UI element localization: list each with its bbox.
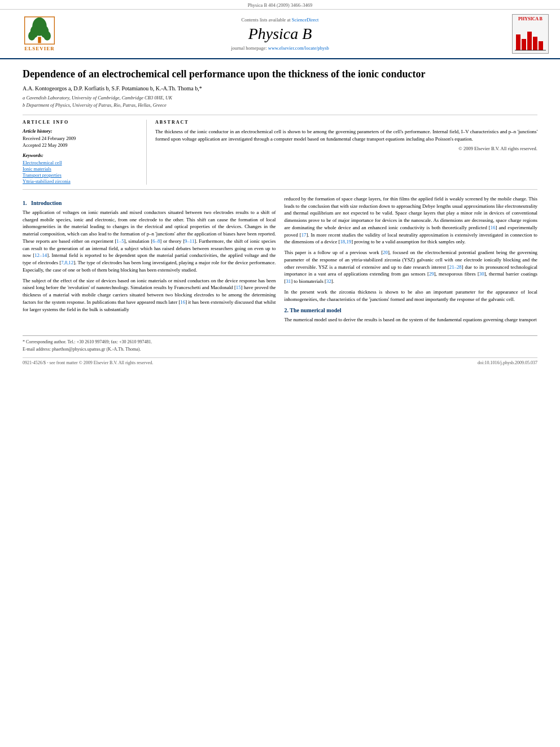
- science-direct-link[interactable]: ScienceDirect: [292, 17, 319, 23]
- contents-label: Contents lists available at: [242, 17, 291, 23]
- section2-heading: 2. The numerical model: [285, 307, 538, 313]
- right-para-1: reduced by the formation of space charge…: [285, 195, 538, 246]
- left-column: 1. Introduction The application of volta…: [23, 195, 276, 327]
- cite-7-8-12[interactable]: 7,8,12: [61, 260, 73, 265]
- keyword-2[interactable]: Ionic materials: [23, 166, 138, 172]
- history-label: Article history:: [23, 128, 138, 134]
- cite-29[interactable]: 29: [429, 271, 434, 277]
- authors: A.A. Kontogeorgos a, D.P. Korfiatis b, S…: [23, 85, 537, 91]
- meta-bar: Physica B 404 (2009) 3466–3469: [0, 0, 560, 10]
- body-columns: 1. Introduction The application of volta…: [23, 195, 537, 327]
- main-content: Dependence of an electrochemical cell pe…: [0, 59, 560, 374]
- elsevier-logo-area: ELSEVIER: [11, 16, 68, 51]
- cite-32[interactable]: 32: [326, 278, 331, 284]
- article-info-panel: ARTICLE INFO Article history: Received 2…: [23, 120, 147, 185]
- cite-9-11[interactable]: 9–11: [185, 238, 194, 244]
- cite-1-5[interactable]: 1–5: [116, 238, 124, 244]
- journal-homepage-line: journal homepage: www.elsevier.com/locat…: [68, 45, 492, 51]
- keyword-3[interactable]: Transport properties: [23, 172, 138, 178]
- journal-center: Contents lists available at ScienceDirec…: [68, 17, 492, 51]
- science-direct-line: Contents lists available at ScienceDirec…: [68, 17, 492, 23]
- cite-15[interactable]: 15: [236, 285, 241, 290]
- right-para-2: This paper is a follow up of a previous …: [285, 249, 538, 285]
- doi: doi:10.1016/j.physb.2009.05.037: [478, 360, 537, 365]
- right-para-3: In the present work the zirconia thickne…: [285, 289, 538, 303]
- accepted-date: Accepted 22 May 2009: [23, 142, 138, 148]
- svg-rect-0: [38, 37, 41, 43]
- journal-citation: Physica B 404 (2009) 3466–3469: [248, 2, 312, 8]
- homepage-url[interactable]: www.elsevier.com/locate/physb: [268, 45, 329, 51]
- received-date: Received 24 February 2009: [23, 136, 138, 141]
- right-column: reduced by the formation of space charge…: [285, 195, 538, 327]
- section-number: 1.: [23, 200, 27, 206]
- cite-30[interactable]: 30: [479, 271, 484, 277]
- keyword-1[interactable]: Electrochemical cell: [23, 160, 138, 165]
- keywords-label: Keywords:: [23, 152, 138, 158]
- affiliation-b: b Department of Physics, University of P…: [23, 102, 167, 108]
- physica-badge-area: PHYSICA B: [492, 14, 549, 54]
- cite-12-14[interactable]: 12–14: [34, 252, 47, 258]
- article-info-heading: ARTICLE INFO: [23, 120, 138, 125]
- physica-badge-title: PHYSICA B: [518, 16, 542, 21]
- svg-point-4: [28, 31, 36, 40]
- svg-rect-11: [539, 41, 543, 50]
- journal-header: ELSEVIER Contents lists available at Sci…: [0, 10, 560, 59]
- section2-para-1: The numerical model used to derive the r…: [285, 316, 538, 324]
- svg-rect-8: [522, 39, 526, 50]
- physica-badge: PHYSICA B: [512, 14, 549, 54]
- homepage-label: journal homepage:: [231, 45, 267, 51]
- cite-16b[interactable]: 16: [491, 225, 496, 230]
- cite-21-28[interactable]: 21–28: [449, 264, 462, 270]
- corresponding-author-note: * Corresponding author. Tel.: +30 2610 9…: [23, 339, 537, 345]
- abstract-copyright: © 2009 Elsevier B.V. All rights reserved…: [155, 146, 537, 151]
- info-abstract-section: ARTICLE INFO Article history: Received 2…: [23, 115, 537, 190]
- svg-point-5: [43, 31, 51, 40]
- abstract-text: The thickness of the ionic conductor in …: [155, 128, 537, 143]
- elsevier-tree-icon: [23, 16, 56, 45]
- email-note: E-mail address: phaethon@physics.upatras…: [23, 346, 537, 352]
- cite-20[interactable]: 20: [383, 250, 388, 255]
- elsevier-logo: ELSEVIER: [11, 16, 68, 51]
- author-list: A.A. Kontogeorgos a, D.P. Korfiatis b, S…: [23, 85, 202, 91]
- keyword-4[interactable]: Yttria-stabilized zirconia: [23, 178, 138, 184]
- footer-notes: * Corresponding author. Tel.: +30 2610 9…: [23, 335, 537, 352]
- elsevier-wordmark: ELSEVIER: [24, 46, 55, 51]
- bottom-bar: 0921-4526/$ - see front matter © 2009 El…: [23, 357, 537, 365]
- intro-para-2: The subject of the effect of the size of…: [23, 277, 276, 313]
- affiliation-a: a Cavendish Laboratory, University of Ca…: [23, 95, 172, 101]
- svg-rect-7: [516, 34, 520, 50]
- intro-heading: 1. Introduction: [23, 200, 276, 206]
- cite-16[interactable]: 16: [180, 299, 185, 305]
- abstract-panel: ABSTRACT The thickness of the ionic cond…: [147, 120, 537, 185]
- abstract-heading: ABSTRACT: [155, 120, 537, 125]
- cite-17[interactable]: 17: [301, 232, 307, 238]
- intro-para-1: The application of voltages on ionic mat…: [23, 209, 276, 274]
- cite-6-8[interactable]: 6–8: [152, 238, 160, 244]
- copyright-line: 0921-4526/$ - see front matter © 2009 El…: [23, 360, 153, 365]
- svg-rect-9: [527, 32, 532, 50]
- cite-31[interactable]: 31: [286, 278, 291, 284]
- affiliations: a Cavendish Laboratory, University of Ca…: [23, 94, 537, 109]
- cite-18-19[interactable]: 18,19: [340, 239, 351, 244]
- svg-rect-10: [533, 37, 537, 50]
- journal-title: Physica B: [68, 25, 492, 43]
- physica-badge-chart-icon: [515, 29, 546, 51]
- article-title: Dependence of an electrochemical cell pe…: [23, 68, 537, 81]
